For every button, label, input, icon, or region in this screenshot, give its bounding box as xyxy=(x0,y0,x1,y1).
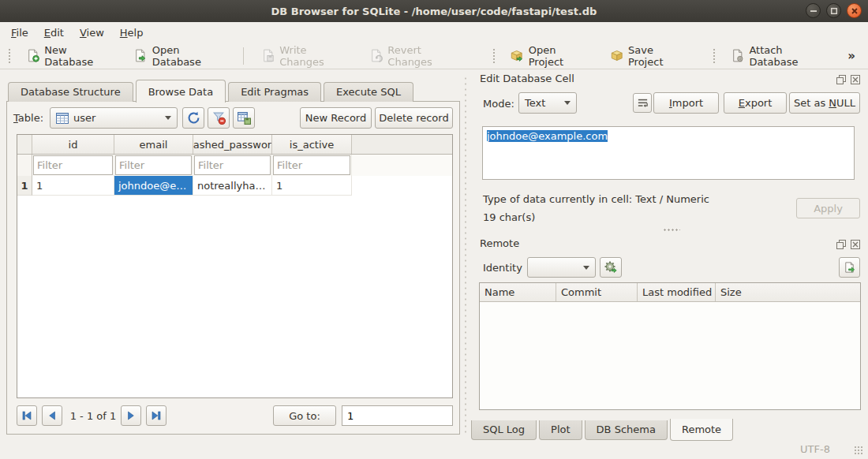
data-grid: id email ashed_passwor is_active 1 1 joh… xyxy=(17,134,453,398)
remote-dock-buttons xyxy=(836,239,861,249)
cell-hashed-password[interactable]: notreallyha… xyxy=(193,176,272,196)
delete-record-button[interactable]: Delete record xyxy=(375,107,453,129)
open-database-button[interactable]: Open Database xyxy=(128,41,231,71)
column-header-size[interactable]: Size xyxy=(716,283,860,301)
next-record-icon xyxy=(125,410,137,421)
close-button[interactable] xyxy=(847,3,862,18)
refresh-button[interactable] xyxy=(182,107,204,129)
tab-remote[interactable]: Remote xyxy=(670,419,733,441)
close-icon xyxy=(851,75,860,84)
menu-file[interactable]: File xyxy=(3,24,36,42)
toolbar-overflow-button[interactable]: » xyxy=(838,49,865,63)
first-record-icon xyxy=(21,410,32,421)
grid-corner[interactable] xyxy=(17,135,32,154)
filter-input-id[interactable] xyxy=(33,155,113,175)
column-header-id[interactable]: id xyxy=(32,135,114,154)
column-header-is-active[interactable]: is_active xyxy=(272,135,352,154)
word-wrap-button[interactable] xyxy=(633,93,652,113)
float-dock-button[interactable] xyxy=(836,74,847,84)
push-local-copy-button[interactable] xyxy=(839,257,860,278)
window-title: DB Browser for SQLite - /home/user/code/… xyxy=(271,6,597,17)
import-button[interactable]: Import xyxy=(653,92,719,114)
clear-filters-button[interactable] xyxy=(208,107,230,129)
cell-editor[interactable]: johndoe@example.com xyxy=(482,126,855,180)
filter-input-hashed-password[interactable] xyxy=(194,155,271,175)
mode-select[interactable]: Text xyxy=(518,92,577,114)
cell-size-info: 19 char(s) xyxy=(483,211,535,223)
toolbar-handle[interactable] xyxy=(492,48,496,64)
edit-cell-dock-buttons xyxy=(836,74,861,84)
dock-splitter-vertical[interactable] xyxy=(464,76,467,435)
column-header-email[interactable]: email xyxy=(114,135,193,154)
resize-grip[interactable] xyxy=(854,446,863,455)
export-button[interactable]: Export xyxy=(724,92,787,114)
cell-is-active[interactable]: 1 xyxy=(272,176,352,196)
main-tab-bar: Database Structure Browse Data Edit Prag… xyxy=(8,79,416,102)
grid-header-row: id email ashed_passwor is_active xyxy=(17,135,452,155)
tab-edit-pragmas[interactable]: Edit Pragmas xyxy=(228,82,321,102)
next-record-button[interactable] xyxy=(121,405,141,426)
save-project-icon xyxy=(610,48,624,63)
close-dock-button[interactable] xyxy=(850,74,861,84)
float-icon xyxy=(836,75,846,84)
encoding-label: UTF-8 xyxy=(800,443,830,455)
document-push-icon xyxy=(843,261,856,274)
tab-execute-sql[interactable]: Execute SQL xyxy=(324,82,413,102)
cell-id[interactable]: 1 xyxy=(32,176,114,196)
edit-cell-dock-title: Edit Database Cell xyxy=(480,73,574,84)
open-project-button[interactable]: Open Project xyxy=(504,41,594,71)
save-table-icon xyxy=(238,111,251,125)
new-record-button[interactable]: New Record xyxy=(300,107,372,129)
column-header-last-modified[interactable]: Last modified xyxy=(638,283,716,301)
menu-help[interactable]: Help xyxy=(112,24,152,42)
float-dock-button[interactable] xyxy=(836,239,847,249)
tab-db-schema[interactable]: DB Schema xyxy=(585,420,668,440)
table-select[interactable]: user xyxy=(50,107,178,129)
menu-view[interactable]: View xyxy=(72,24,112,42)
tab-sql-log[interactable]: SQL Log xyxy=(471,420,537,440)
column-header-name[interactable]: Name xyxy=(480,283,556,301)
row-number[interactable]: 1 xyxy=(17,176,32,196)
close-icon xyxy=(851,7,859,15)
apply-button[interactable]: Apply xyxy=(796,198,860,218)
tab-database-structure[interactable]: Database Structure xyxy=(8,82,133,102)
previous-record-button[interactable] xyxy=(42,405,62,426)
identity-select[interactable] xyxy=(527,257,596,278)
titlebar[interactable]: DB Browser for SQLite - /home/user/code/… xyxy=(0,0,868,22)
revert-changes-icon xyxy=(369,48,383,63)
save-project-button[interactable]: Save Project xyxy=(604,41,693,71)
filter-input-is-active[interactable] xyxy=(273,155,350,175)
menubar: File Edit View Help xyxy=(0,22,868,43)
column-header-hashed-password[interactable]: ashed_passwor xyxy=(193,135,272,154)
column-header-filler xyxy=(352,135,452,154)
toolbar-handle[interactable] xyxy=(713,48,716,64)
toolbar-handle[interactable] xyxy=(8,48,11,64)
attach-database-button[interactable]: Attach Database xyxy=(725,41,833,71)
grid-filter-row xyxy=(17,155,452,176)
new-database-icon xyxy=(26,48,40,63)
word-wrap-icon xyxy=(637,97,649,109)
identity-settings-button[interactable] xyxy=(600,257,622,278)
write-changes-button[interactable]: Write Changes xyxy=(256,41,354,71)
cell-email-selected[interactable]: johndoe@e… xyxy=(114,176,193,196)
minimize-button[interactable] xyxy=(806,3,821,18)
goto-button[interactable]: Go to: xyxy=(273,405,336,426)
last-record-button[interactable] xyxy=(146,405,166,426)
goto-input[interactable] xyxy=(342,405,453,426)
tab-browse-data[interactable]: Browse Data xyxy=(136,80,226,103)
maximize-button[interactable] xyxy=(826,3,841,18)
dock-splitter-horizontal[interactable] xyxy=(663,228,680,232)
close-dock-button[interactable] xyxy=(850,239,861,249)
column-header-commit[interactable]: Commit xyxy=(556,283,638,301)
new-database-button[interactable]: New Database xyxy=(21,41,119,71)
tab-plot[interactable]: Plot xyxy=(539,420,582,440)
revert-changes-button[interactable]: Revert Changes xyxy=(364,41,469,71)
db-browser-window: DB Browser for SQLite - /home/user/code/… xyxy=(0,0,868,459)
set-as-null-button[interactable]: Set as NULL xyxy=(789,92,860,114)
first-record-button[interactable] xyxy=(17,405,37,426)
save-table-button[interactable] xyxy=(233,107,255,129)
chevron-down-icon xyxy=(564,101,571,105)
menu-edit[interactable]: Edit xyxy=(36,24,72,42)
filter-input-email[interactable] xyxy=(115,155,192,175)
table-icon xyxy=(56,113,69,124)
